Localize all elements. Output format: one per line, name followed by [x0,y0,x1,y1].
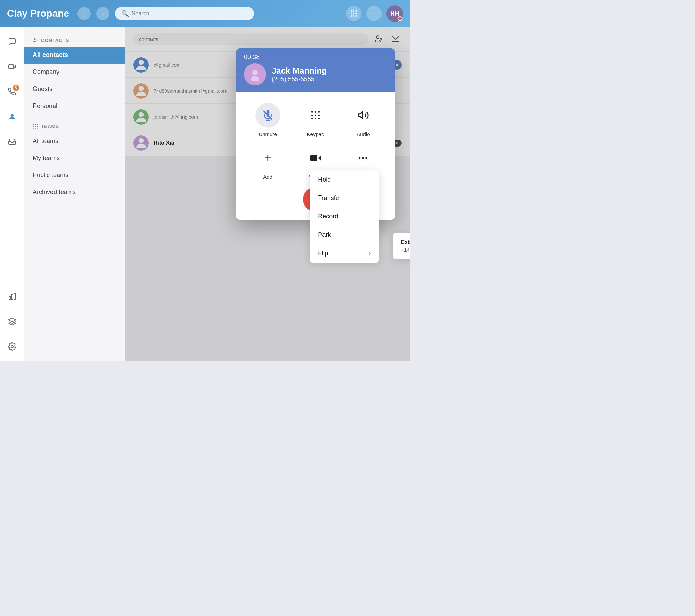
sidebar-item-inbox[interactable] [5,134,20,149]
back-button[interactable]: ‹ [77,7,91,20]
svg-point-6 [351,15,352,17]
call-contact-number: (205) 555-5555 [272,76,327,83]
svg-point-45 [315,115,316,116]
svg-point-3 [351,13,352,14]
teams-section-header: TEAMS [24,120,125,133]
record-menu-item[interactable]: Record [310,207,379,226]
nav-item-public-teams[interactable]: Public teams [24,167,125,184]
svg-point-21 [35,126,36,127]
svg-point-8 [355,15,357,17]
svg-point-48 [315,118,316,119]
audio-control[interactable]: Audio [351,103,376,137]
nav-item-archived-teams[interactable]: Archived teams [24,184,125,201]
sidebar-item-chat[interactable] [5,34,20,49]
call-controls-row1: Unmute Keypad [244,103,387,137]
svg-point-47 [311,118,313,119]
svg-point-2 [355,10,357,12]
unmute-control[interactable]: Unmute [255,103,280,137]
user-avatar[interactable]: HH [386,5,403,22]
call-modal: 00:38 — Jack Manning (205) 555-5555 [236,48,395,220]
call-contact-name: Jack Manning [272,66,327,76]
transfer-menu-item[interactable]: Transfer [310,189,379,207]
more-icon: ••• [351,145,376,170]
online-status-badge [398,16,402,21]
nav-item-all-contacts[interactable]: All contacts [24,47,125,64]
nav-sidebar: CONTACTS All contacts Company Guests Per… [24,27,125,361]
existing-phone-tooltip: Existing Phone +14099992234 [393,233,410,259]
more-control[interactable]: ••• Hold Transfer Record [351,145,376,180]
svg-rect-13 [11,294,13,300]
svg-rect-12 [9,297,10,300]
svg-point-49 [318,118,320,119]
sidebar-item-settings[interactable] [5,339,20,354]
flip-menu-item[interactable]: Flip › Existing Phone +14099992234 [310,244,379,263]
svg-point-1 [353,10,354,12]
audio-icon [351,103,376,128]
svg-point-22 [37,126,38,127]
sidebar-item-video[interactable] [5,59,20,74]
call-minimize-button[interactable]: — [380,53,389,63]
keypad-icon [303,103,328,128]
svg-point-44 [311,115,313,116]
svg-marker-52 [318,156,321,161]
sidebar-item-phone[interactable]: 5 [5,84,20,99]
global-search-bar: 🔍 [115,7,254,20]
add-button[interactable]: + [366,6,382,21]
svg-point-15 [11,346,13,348]
svg-point-7 [353,15,354,17]
global-search-input[interactable] [132,10,248,17]
svg-point-0 [351,10,352,12]
contacts-section-header: CONTACTS [24,34,125,47]
add-call-icon: + [255,145,280,170]
call-contact-avatar [244,63,266,85]
nav-item-company[interactable]: Company [24,64,125,81]
svg-rect-51 [310,155,317,161]
svg-point-19 [37,124,38,125]
sidebar-item-contacts[interactable] [5,109,20,124]
svg-point-36 [252,70,258,75]
dialpad-button[interactable] [346,6,361,21]
flip-arrow-icon: › [369,250,371,257]
svg-point-11 [11,114,14,117]
search-icon: 🔍 [121,10,129,17]
svg-point-43 [318,111,320,113]
svg-point-25 [37,128,38,129]
svg-point-41 [311,111,313,113]
content-area: @gmail.com 74d80samanthasmith@gmail.com [125,27,410,361]
svg-point-46 [318,115,320,116]
keypad-control[interactable]: Keypad [303,103,328,137]
add-call-control[interactable]: + Add [255,145,280,180]
svg-point-17 [33,124,34,125]
sidebar-item-analytics[interactable] [5,289,20,304]
existing-phone-label: Existing Phone [401,239,410,245]
unmute-icon [255,103,280,128]
forward-button[interactable]: › [96,7,109,20]
transfer-label: Transfer [318,194,341,202]
nav-item-guests[interactable]: Guests [24,81,125,98]
svg-point-24 [35,128,36,129]
header-actions: + HH [346,5,403,22]
svg-marker-50 [358,112,363,119]
existing-phone-number: +14099992234 [401,247,410,253]
add-call-label: Add [263,174,272,180]
phone-badge: 5 [13,85,19,91]
nav-item-my-teams[interactable]: My teams [24,150,125,167]
call-timer: 00:38 [244,53,260,61]
nav-item-all-teams[interactable]: All teams [24,133,125,150]
svg-point-16 [34,38,35,40]
icon-sidebar: 5 [0,27,24,361]
record-label: Record [318,213,338,220]
more-menu-dropdown: Hold Transfer Record Park [310,170,379,263]
video-call-icon [303,145,328,170]
sidebar-item-integrations[interactable] [5,314,20,329]
nav-item-personal[interactable]: Personal [24,98,125,115]
park-menu-item[interactable]: Park [310,226,379,244]
app-title: Clay Propane [7,8,69,19]
main-layout: 5 [0,27,410,361]
hold-menu-item[interactable]: Hold [310,170,379,189]
call-controls-row2: + Add Video [244,145,387,180]
svg-point-20 [33,126,34,127]
svg-rect-9 [9,65,14,69]
svg-point-18 [35,124,36,125]
audio-label: Audio [357,131,370,137]
